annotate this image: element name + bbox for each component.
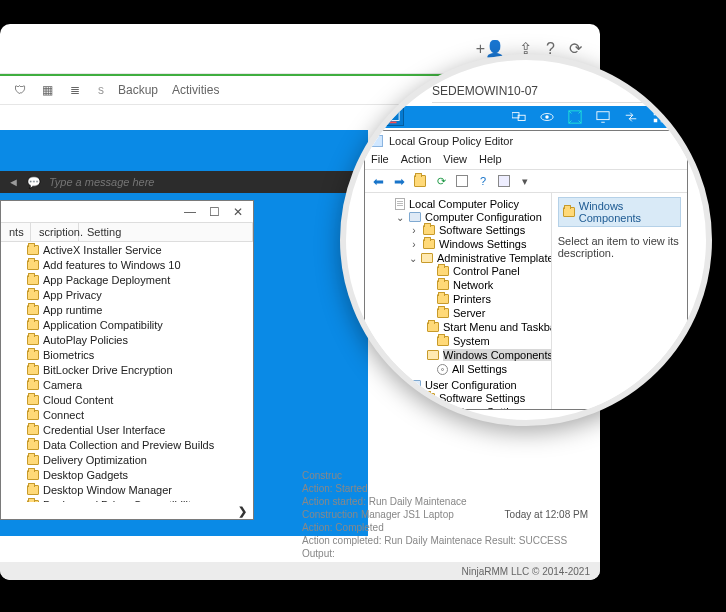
tree-server[interactable]: Server bbox=[453, 307, 485, 319]
list-item[interactable]: Delivery Optimization bbox=[27, 452, 253, 467]
tab-label: s bbox=[98, 83, 104, 97]
twisty[interactable]: ⌄ bbox=[395, 212, 405, 223]
gpedit-app-icon bbox=[371, 135, 383, 147]
filter-icon[interactable]: ▾ bbox=[516, 172, 534, 190]
list-item-label: AutoPlay Policies bbox=[43, 334, 128, 346]
nav-back-icon[interactable]: ⬅ bbox=[369, 172, 387, 190]
refresh-icon[interactable]: ⟳ bbox=[569, 39, 582, 58]
list-item[interactable]: Desktop Gadgets bbox=[27, 467, 253, 482]
twisty[interactable]: › bbox=[409, 225, 419, 236]
tree-root[interactable]: Local Computer Policy bbox=[409, 198, 519, 210]
list-item[interactable]: App Privacy bbox=[27, 287, 253, 302]
up-icon[interactable] bbox=[411, 172, 429, 190]
folder-icon bbox=[437, 294, 449, 304]
tree-computer-config[interactable]: Computer Configuration bbox=[425, 211, 542, 223]
menu-file[interactable]: File bbox=[371, 153, 389, 165]
nav-forward-icon[interactable]: ➡ bbox=[390, 172, 408, 190]
tree-windows-settings[interactable]: Windows Settings bbox=[439, 238, 526, 250]
tab-backup[interactable]: Backup bbox=[118, 83, 158, 97]
tree-system[interactable]: System bbox=[453, 335, 490, 347]
folder-icon bbox=[563, 207, 575, 217]
tree-windows-components[interactable]: Windows Components bbox=[443, 349, 552, 361]
remote-settings-icon[interactable] bbox=[648, 108, 670, 126]
details-title: Windows Components bbox=[579, 200, 676, 224]
gpedit-title-bar: Local Group Policy Editor bbox=[365, 131, 687, 151]
folder-icon bbox=[27, 440, 39, 450]
tab-activities[interactable]: Activities bbox=[172, 83, 219, 97]
remote-screens-icon[interactable] bbox=[508, 108, 530, 126]
back-icon[interactable]: ◄ bbox=[8, 176, 19, 188]
folder-icon bbox=[27, 320, 39, 330]
device-name: SEDEMOWIN10-07 bbox=[432, 84, 666, 103]
list-item[interactable]: ActiveX Installer Service bbox=[27, 242, 253, 257]
list-item[interactable]: App runtime bbox=[27, 302, 253, 317]
col-nts[interactable]: nts bbox=[1, 223, 31, 241]
tree-admin-templates[interactable]: Administrative Templates bbox=[437, 252, 552, 264]
settings-columns: nts scription. Setting bbox=[1, 223, 253, 242]
list-item-label: App Privacy bbox=[43, 289, 102, 301]
list-item[interactable]: Desktop Window Manager bbox=[27, 482, 253, 497]
tree-control-panel[interactable]: Control Panel bbox=[453, 265, 520, 277]
list-item[interactable]: AutoPlay Policies bbox=[27, 332, 253, 347]
list-item[interactable]: App Package Deployment bbox=[27, 272, 253, 287]
list-item-label: Biometrics bbox=[43, 349, 94, 361]
refresh-icon[interactable]: ⟳ bbox=[432, 172, 450, 190]
tree-all-settings[interactable]: All Settings bbox=[452, 363, 507, 375]
remote-expand-icon[interactable] bbox=[564, 108, 586, 126]
activity-line: Action: Started bbox=[302, 482, 368, 495]
list-item[interactable]: Application Compatibility bbox=[27, 317, 253, 332]
menu-help[interactable]: Help bbox=[479, 153, 502, 165]
menu-view[interactable]: View bbox=[443, 153, 467, 165]
folder-icon bbox=[27, 470, 39, 480]
list-item[interactable]: Credential User Interface bbox=[27, 422, 253, 437]
chat-input[interactable] bbox=[49, 176, 360, 188]
tree-u-windows-settings[interactable]: Windows Settings bbox=[439, 406, 526, 409]
remote-monitor-icon[interactable] bbox=[592, 108, 614, 126]
folder-icon bbox=[437, 266, 449, 276]
col-setting[interactable]: Setting bbox=[79, 223, 253, 241]
folder-icon bbox=[27, 410, 39, 420]
remote-transfer-icon[interactable] bbox=[620, 108, 642, 126]
twisty[interactable]: ⌄ bbox=[409, 253, 417, 264]
tree-printers[interactable]: Printers bbox=[453, 293, 491, 305]
svg-rect-9 bbox=[654, 119, 658, 123]
computer-icon bbox=[409, 212, 421, 222]
close-button[interactable]: ✕ bbox=[229, 205, 247, 219]
list-item[interactable]: Add features to Windows 10 bbox=[27, 257, 253, 272]
folder-icon bbox=[27, 425, 39, 435]
export-icon[interactable] bbox=[495, 172, 513, 190]
list-item[interactable]: Connect bbox=[27, 407, 253, 422]
tree-start-menu[interactable]: Start Menu and Taskbar bbox=[443, 321, 552, 333]
chat-bubble-icon[interactable]: 💬 bbox=[27, 176, 41, 189]
folder-icon bbox=[437, 280, 449, 290]
activity-line: Construction Manager JS1 Laptop bbox=[302, 508, 454, 521]
list-item[interactable]: Biometrics bbox=[27, 347, 253, 362]
col-description[interactable]: scription. bbox=[31, 223, 79, 241]
tree-u-software-settings[interactable]: Software Settings bbox=[439, 392, 525, 404]
folder-icon bbox=[27, 245, 39, 255]
list-item[interactable]: BitLocker Drive Encryption bbox=[27, 362, 253, 377]
list-item-label: Data Collection and Preview Builds bbox=[43, 439, 214, 451]
tree-user-config[interactable]: User Configuration bbox=[425, 379, 517, 391]
remote-view-icon[interactable] bbox=[536, 108, 558, 126]
settings-list-window: — ☐ ✕ nts scription. Setting ActiveX Ins… bbox=[0, 200, 254, 520]
list-item[interactable]: Camera bbox=[27, 377, 253, 392]
help-toolbar-icon[interactable]: ? bbox=[474, 172, 492, 190]
maximize-button[interactable]: ☐ bbox=[205, 205, 223, 219]
list-item-label: Credential User Interface bbox=[43, 424, 165, 436]
details-description: Select an item to view its description. bbox=[558, 235, 681, 259]
folder-icon bbox=[437, 308, 449, 318]
list-item[interactable]: Data Collection and Preview Builds bbox=[27, 437, 253, 452]
tree-network[interactable]: Network bbox=[453, 279, 493, 291]
tree-software-settings[interactable]: Software Settings bbox=[439, 224, 525, 236]
list-item[interactable]: Cloud Content bbox=[27, 392, 253, 407]
twisty[interactable]: › bbox=[409, 239, 419, 250]
folder-icon bbox=[27, 380, 39, 390]
svg-rect-6 bbox=[597, 112, 609, 120]
menu-action[interactable]: Action bbox=[401, 153, 432, 165]
folder-icon bbox=[27, 290, 39, 300]
list-item[interactable]: Device and Driver Compatibility bbox=[27, 497, 253, 502]
properties-icon[interactable] bbox=[453, 172, 471, 190]
minimize-button[interactable]: — bbox=[181, 205, 199, 219]
expand-icon[interactable]: ❯ bbox=[238, 505, 247, 518]
